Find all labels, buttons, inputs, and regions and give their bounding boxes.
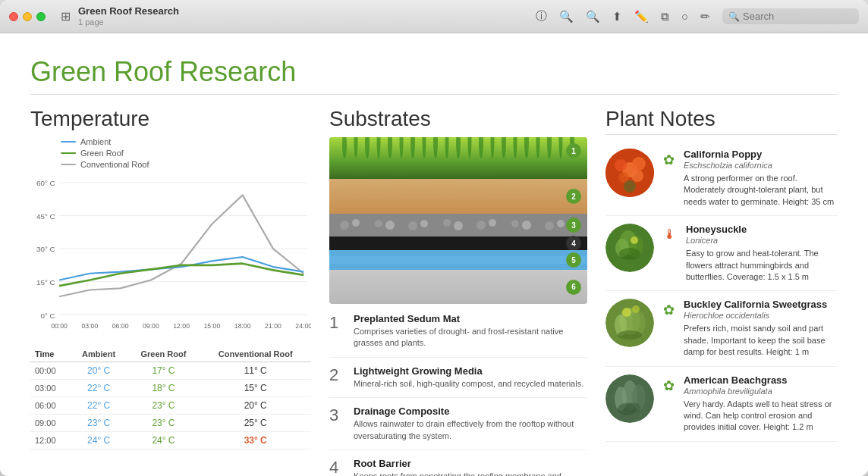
- svg-point-77: [631, 236, 638, 244]
- layer-3-badge: 3: [566, 218, 581, 233]
- legend-ambient: Ambient: [61, 137, 311, 146]
- ambient-cell: 22° C: [71, 397, 127, 415]
- svg-text:45° C: 45° C: [36, 212, 55, 221]
- substrate-desc: Keeps roots from penetrating the roofing…: [354, 471, 587, 476]
- svg-point-68: [632, 157, 646, 171]
- conventional-cell: 20° C: [200, 397, 311, 415]
- annotate-icon[interactable]: ✏: [700, 10, 710, 23]
- svg-text:0° C: 0° C: [41, 312, 55, 320]
- svg-point-47: [398, 219, 405, 227]
- time-cell: 12:00: [30, 432, 71, 449]
- table-row: 12:00 24° C 24° C 33° C: [30, 432, 311, 449]
- plant-photo: [605, 374, 654, 423]
- substrate-desc: Allows rainwater to drain effectively fr…: [354, 418, 587, 442]
- share-icon[interactable]: ⬆: [612, 10, 622, 23]
- svg-point-42: [340, 221, 349, 230]
- temperature-table: Time Ambient Green Roof Conventional Roo…: [30, 346, 311, 449]
- svg-text:18:00: 18:00: [234, 322, 251, 330]
- plant-info: Honeysuckle Lonicera Easy to grow and he…: [686, 224, 838, 283]
- substrate-num: 2: [329, 365, 344, 390]
- search-bar[interactable]: 🔍: [722, 8, 859, 24]
- window-icon[interactable]: ⧉: [661, 10, 669, 23]
- substrate-num: 1: [329, 313, 344, 349]
- zoom-in-icon[interactable]: 🔍: [586, 10, 600, 23]
- maximize-button[interactable]: [36, 12, 46, 21]
- time-cell: 09:00: [30, 415, 71, 432]
- list-item: 3 Drainage Composite Allows rainwater to…: [329, 406, 587, 450]
- legend-greenroof: Green Roof: [61, 149, 311, 158]
- plant-latin: Eschscholzia californica: [684, 161, 838, 170]
- info-icon[interactable]: ⓘ: [536, 9, 547, 23]
- plant-icon-snowflake: ✿: [663, 152, 675, 168]
- svg-text:12:00: 12:00: [173, 322, 190, 330]
- close-button[interactable]: [9, 12, 18, 21]
- substrate-list: 1 Preplanted Sedum Mat Comprises varieti…: [329, 313, 587, 476]
- time-cell: 06:00: [30, 397, 71, 415]
- conventional-cell: 33° C: [200, 432, 311, 449]
- svg-text:15:00: 15:00: [204, 322, 221, 330]
- plant-info: American Beachgrass Ammophila breviligul…: [684, 374, 838, 434]
- titlebar: ⊞ Green Roof Research 1 page ⓘ 🔍 🔍 ⬆ ✏️ …: [0, 0, 868, 33]
- plant-desc: Very hardy. Adapts well to heat stress o…: [684, 399, 838, 434]
- document-subtitle: 1 page: [78, 17, 179, 27]
- plant-latin: Lonicera: [686, 236, 838, 245]
- plant-info: California Poppy Eschscholzia californic…: [684, 149, 838, 208]
- temperature-section: Temperature Ambient Green Roof Conventio…: [30, 107, 311, 476]
- plant-photo: [605, 224, 654, 272]
- plant-icon-thermometer: 🌡: [663, 227, 677, 243]
- concrete-layer: 6: [329, 270, 587, 304]
- user-icon[interactable]: ○: [681, 10, 688, 23]
- sidebar-toggle-icon[interactable]: ⊞: [61, 9, 71, 23]
- plant-notes-title: Plant Notes: [605, 107, 838, 135]
- water-layer: 5: [329, 250, 587, 270]
- toolbar-tools: ⓘ 🔍 🔍 ⬆ ✏️ ⧉ ○ ✏ 🔍: [536, 8, 859, 24]
- layer-5-badge: 5: [566, 252, 581, 268]
- time-cell: 03:00: [30, 380, 71, 397]
- minimize-button[interactable]: [23, 12, 32, 21]
- list-item: 1 Preplanted Sedum Mat Comprises varieti…: [329, 313, 587, 358]
- substrate-desc: Comprises varieties of drought- and fros…: [354, 326, 587, 349]
- svg-text:06:00: 06:00: [112, 322, 129, 330]
- substrate-num: 3: [329, 406, 344, 442]
- plant-latin: Ammophila breviligulata: [684, 387, 838, 396]
- substrates-title: Substrates: [329, 107, 587, 131]
- legend-conventional: Conventional Roof: [61, 160, 311, 169]
- plant-item: ✿ Buckley California Sweetgrass Hierochl…: [605, 291, 838, 366]
- chart-svg: 60° C 45° C 30° C 15° C 0° C 00:00: [30, 174, 311, 340]
- pen-icon[interactable]: ✏️: [634, 10, 649, 23]
- plant-name: Honeysuckle: [686, 224, 838, 235]
- svg-point-84: [632, 305, 640, 313]
- ambient-cell: 20° C: [71, 362, 127, 380]
- membrane-layer: 4: [329, 236, 587, 250]
- svg-point-61: [557, 220, 565, 227]
- svg-point-44: [363, 221, 372, 230]
- svg-point-43: [352, 219, 360, 227]
- col-greenroof: Green Roof: [127, 346, 200, 362]
- col-time: Time: [30, 346, 71, 362]
- conventional-line-color: [61, 164, 76, 165]
- greenroof-cell: 23° C: [127, 397, 200, 415]
- svg-point-59: [534, 219, 542, 227]
- substrate-text: Lightweight Growing Media Mineral-rich s…: [354, 365, 583, 390]
- svg-text:30° C: 30° C: [36, 245, 55, 253]
- substrate-text: Preplanted Sedum Mat Comprises varieties…: [354, 313, 587, 349]
- svg-rect-64: [329, 256, 587, 264]
- substrate-image-stack: 1 2: [329, 137, 587, 304]
- substrate-title: Root Barrier: [354, 458, 587, 469]
- layer-6-badge: 6: [566, 280, 581, 295]
- plant-desc: Prefers rich, moist sandy soil and part …: [684, 323, 838, 358]
- plant-latin: Hierochloe occidentalis: [684, 311, 838, 320]
- traffic-lights: [9, 12, 46, 21]
- search-input[interactable]: [743, 11, 849, 22]
- layer-1-badge: 1: [566, 143, 581, 158]
- svg-point-46: [385, 221, 395, 230]
- svg-point-70: [631, 170, 643, 182]
- zoom-out-icon[interactable]: 🔍: [559, 10, 574, 23]
- table-row: 09:00 23° C 23° C 25° C: [30, 415, 311, 432]
- col-conventional: Conventional Roof: [200, 346, 311, 362]
- plant-icon-star: ✿: [663, 302, 675, 318]
- temperature-chart: 60° C 45° C 30° C 15° C 0° C 00:00: [30, 174, 311, 340]
- list-item: 4 Root Barrier Keeps roots from penetrat…: [329, 458, 587, 476]
- grass-layer: 1: [329, 137, 587, 179]
- conventional-cell: 15° C: [200, 380, 311, 397]
